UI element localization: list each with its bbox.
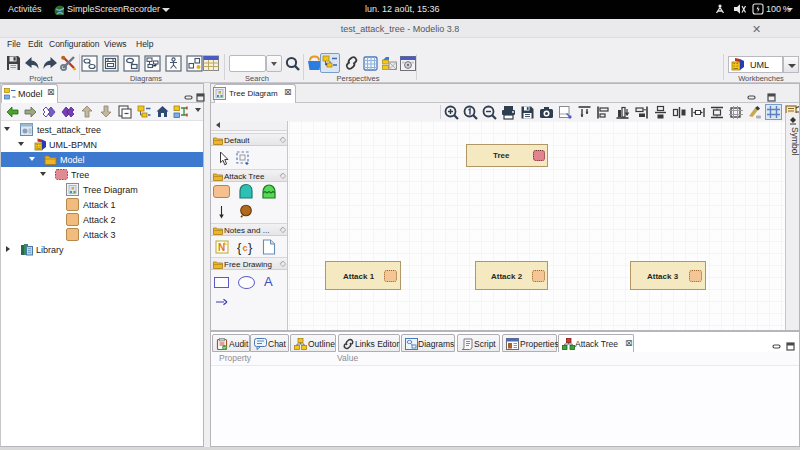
- svg-text:{: {: [237, 240, 242, 255]
- svg-text:c: c: [243, 243, 248, 253]
- svg-text:}: }: [248, 240, 253, 255]
- svg-text:N: N: [218, 242, 225, 253]
